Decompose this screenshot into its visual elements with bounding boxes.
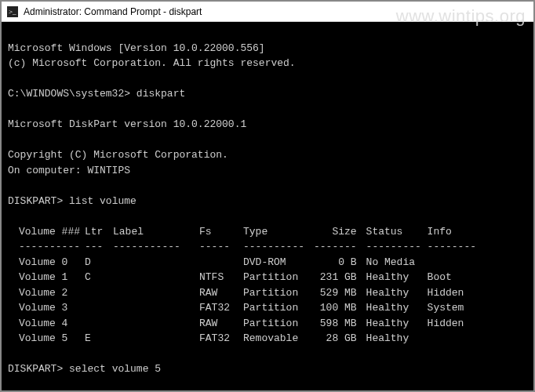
diskpart-prompt: DISKPART> bbox=[8, 195, 63, 207]
col-status: Status bbox=[366, 224, 428, 240]
window-titlebar: >_ Administrator: Command Prompt - diskp… bbox=[2, 2, 533, 22]
volume-table: Volume ### Ltr Label Fs Type Size Status… bbox=[8, 224, 476, 347]
col-ltr: Ltr bbox=[85, 224, 113, 240]
col-label: Label bbox=[113, 224, 199, 240]
copyright-line: (c) Microsoft Corporation. All rights re… bbox=[8, 57, 296, 69]
diskpart-version-line: Microsoft DiskPart version 10.0.22000.1 bbox=[8, 118, 246, 130]
table-row: Volume 4 RAW Partition 598 MB Healthy Hi… bbox=[8, 316, 476, 332]
os-version-line: Microsoft Windows [Version 10.0.22000.55… bbox=[8, 42, 265, 54]
table-divider-row: ---------- --- ----------- ----- -------… bbox=[8, 239, 476, 255]
svg-text:>_: >_ bbox=[9, 8, 16, 16]
on-computer-line: On computer: WINTIPS bbox=[8, 165, 130, 176]
table-header-row: Volume ### Ltr Label Fs Type Size Status… bbox=[8, 224, 476, 240]
table-row: Volume 0 D DVD-ROM 0 B No Media bbox=[8, 255, 476, 270]
terminal-output[interactable]: Microsoft Windows [Version 10.0.22000.55… bbox=[2, 22, 533, 390]
col-fs: Fs bbox=[199, 224, 243, 240]
prompt-path: C:\WINDOWS\system32> bbox=[8, 88, 130, 100]
cmd-select-volume: select volume 5 bbox=[69, 363, 161, 375]
diskpart-copyright-line: Copyright (C) Microsoft Corporation. bbox=[8, 149, 228, 161]
col-volume: Volume ### bbox=[8, 224, 85, 240]
col-size: Size bbox=[314, 224, 366, 240]
table-row: Volume 2 RAW Partition 529 MB Healthy Hi… bbox=[8, 285, 476, 301]
col-info: Info bbox=[428, 224, 476, 240]
cmd-diskpart: diskpart bbox=[136, 88, 185, 100]
table-row: Volume 5 E FAT32 Removable 28 GB Healthy bbox=[8, 331, 476, 347]
table-row: Volume 3 FAT32 Partition 100 MB Healthy … bbox=[8, 300, 476, 316]
window-title: Administrator: Command Prompt - diskpart bbox=[24, 6, 202, 17]
cmd-list-volume: list volume bbox=[69, 195, 136, 207]
table-row: Volume 1 C NTFS Partition 231 GB Healthy… bbox=[8, 270, 476, 285]
cmd-icon: >_ bbox=[6, 5, 19, 18]
diskpart-prompt: DISKPART> bbox=[8, 363, 63, 375]
col-type: Type bbox=[243, 224, 314, 240]
